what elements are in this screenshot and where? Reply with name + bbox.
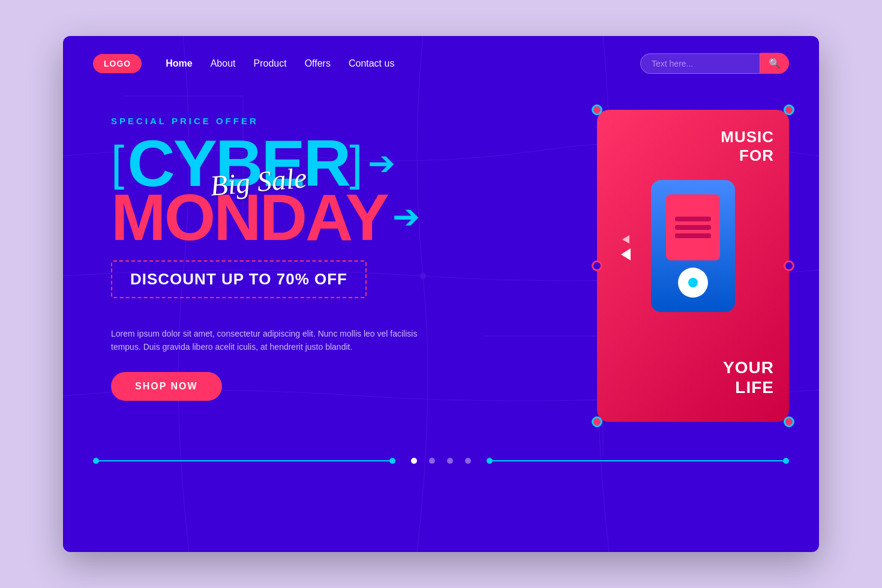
screen-line-1 <box>675 217 711 221</box>
nav-item-about[interactable]: About <box>211 58 236 69</box>
dot-3[interactable] <box>447 458 453 464</box>
navbar: LOGO Home About Product Offers Contact u… <box>63 36 819 86</box>
screen-line-2 <box>675 225 711 230</box>
nav-link-about[interactable]: About <box>211 58 236 68</box>
corner-circle-bl <box>592 416 602 427</box>
nav-links: Home About Product Offers Contact us <box>166 58 394 69</box>
music-for-text: MUSICFOR <box>721 128 774 165</box>
nav-item-product[interactable]: Product <box>254 58 287 69</box>
player-device <box>651 180 735 312</box>
nav-link-offers[interactable]: Offers <box>305 58 331 68</box>
speaker-icon-large <box>621 248 631 260</box>
player-wheel <box>678 268 708 298</box>
title-block: [ CYBER ] ➔ MONDAY ➔ Big Sale <box>111 132 597 248</box>
nav-item-home[interactable]: Home <box>166 58 192 69</box>
side-circle-left <box>592 260 602 271</box>
nav-item-offers[interactable]: Offers <box>305 58 331 69</box>
nav-link-contact[interactable]: Contact us <box>349 58 394 68</box>
pagination-line-left <box>93 460 395 461</box>
speaker-icons <box>621 235 631 260</box>
screen-lines <box>675 217 711 238</box>
corner-circle-tl <box>592 104 602 115</box>
player-card: MUSICFOR <box>597 110 789 422</box>
dot-2[interactable] <box>429 458 435 464</box>
nav-link-home[interactable]: Home <box>166 58 192 68</box>
nav-link-product[interactable]: Product <box>254 58 287 68</box>
special-offer-text: SPECIAL PRICE OFFER <box>111 116 597 126</box>
arrow-right-2: ➔ <box>392 200 420 233</box>
logo-badge[interactable]: LOGO <box>93 54 142 73</box>
pagination <box>63 446 819 482</box>
your-life-text: YOURLIFE <box>723 358 774 398</box>
discount-box: DISCOUNT UP TO 70% OFF <box>111 260 367 298</box>
pagination-line-right <box>487 460 789 461</box>
left-section: SPECIAL PRICE OFFER [ CYBER ] ➔ MONDAY ➔… <box>111 104 597 401</box>
hero-section: SPECIAL PRICE OFFER [ CYBER ] ➔ MONDAY ➔… <box>63 86 819 446</box>
description-text: Lorem ipsum dolor sit amet, consectetur … <box>111 327 423 354</box>
screen-line-3 <box>675 233 711 238</box>
arrow-right-1: ➔ <box>368 147 395 180</box>
search-bar: 🔍 <box>640 53 789 74</box>
player-wheel-inner <box>686 276 700 289</box>
side-circle-right <box>784 260 794 271</box>
search-button[interactable]: 🔍 <box>760 53 789 74</box>
right-section: MUSICFOR <box>597 104 789 422</box>
search-icon: 🔍 <box>769 58 781 69</box>
monday-title: MONDAY <box>111 186 388 249</box>
player-device-wrapper <box>651 174 735 321</box>
corner-circle-br <box>784 416 794 427</box>
player-screen <box>666 194 720 260</box>
nav-item-contact[interactable]: Contact us <box>349 58 394 69</box>
dot-4[interactable] <box>465 458 471 464</box>
dots-group <box>407 458 475 464</box>
page-wrapper: LOGO Home About Product Offers Contact u… <box>63 36 819 552</box>
dot-1[interactable] <box>411 458 417 464</box>
speaker-icon-small <box>622 235 629 244</box>
discount-text: DISCOUNT UP TO 70% OFF <box>130 270 347 288</box>
shop-now-button[interactable]: SHOP NOW <box>111 372 222 401</box>
search-input[interactable] <box>640 53 760 74</box>
corner-circle-tr <box>784 104 794 115</box>
